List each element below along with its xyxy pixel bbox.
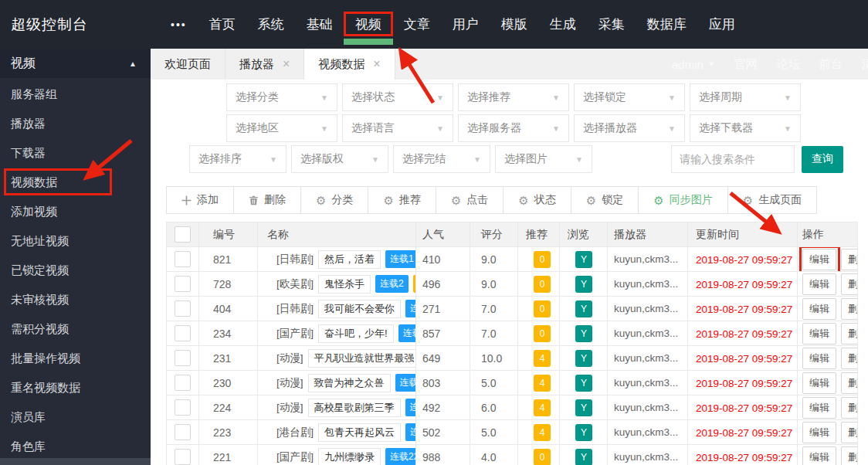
sidebar-item[interactable]: 重名视频数据 — [0, 373, 151, 402]
header-link[interactable]: 论坛 — [777, 57, 800, 72]
filter-select[interactable]: 选择语言 ▼ — [342, 114, 453, 142]
row-checkbox[interactable] — [175, 399, 191, 416]
edit-button[interactable]: 编辑 — [802, 397, 836, 419]
views-count: 496 — [422, 278, 440, 290]
header-link[interactable]: 前台 — [819, 57, 843, 72]
sidebar-item[interactable]: 角色库 — [0, 432, 151, 461]
row-checkbox[interactable] — [175, 449, 191, 465]
top-nav-item[interactable]: 应用 — [709, 0, 735, 49]
top-nav-item[interactable]: 数据库 — [647, 0, 687, 49]
top-nav-item[interactable]: 视频 — [355, 0, 381, 49]
filter-select[interactable]: 选择排序 ▼ — [189, 145, 287, 173]
video-id: 234 — [213, 328, 231, 340]
row-checkbox[interactable] — [175, 300, 191, 317]
tab-item[interactable]: 欢迎页面 — [151, 49, 225, 80]
top-nav-item[interactable]: 采集 — [598, 0, 625, 49]
filter-select[interactable]: 选择下载器 ▼ — [690, 114, 801, 142]
row-checkbox[interactable] — [175, 375, 191, 391]
filter-select[interactable]: 选择状态 ▼ — [342, 83, 453, 111]
filter-select[interactable]: 选择播放器 ▼ — [574, 114, 685, 142]
tab-item[interactable]: 播放器 × — [225, 49, 304, 80]
edit-button[interactable]: 编辑 — [802, 298, 836, 320]
top-nav-item[interactable]: 首页 — [209, 0, 236, 49]
tab-close-icon[interactable]: × — [373, 58, 380, 70]
actions-cell: 编辑删除 — [798, 395, 858, 420]
top-nav-item[interactable]: 基础 — [307, 0, 333, 49]
header-link[interactable]: 官网 — [734, 57, 758, 72]
toolbar-button-trash[interactable]: 删除 — [234, 187, 301, 213]
toolbar-button-gear[interactable]: ⚙ 锁定 — [571, 187, 639, 213]
filter-select[interactable]: 选择锁定 ▼ — [574, 83, 685, 111]
sidebar-item[interactable]: 演员库 — [0, 402, 151, 432]
row-checkbox[interactable] — [175, 424, 191, 440]
sidebar-item[interactable]: 无地址视频 — [0, 226, 151, 256]
table-row: 230 [动漫] 致曾为神之众兽 连载5 ... 803 5.0 4 Y kuy… — [167, 371, 858, 395]
score-value: 7.0 — [481, 328, 496, 340]
tab-close-icon[interactable]: × — [283, 58, 290, 70]
header-link[interactable]: 清缓存 — [862, 57, 868, 72]
filter-select[interactable]: 选择服务器 ▼ — [458, 114, 569, 142]
row-checkbox[interactable] — [175, 350, 191, 366]
filter-select[interactable]: 选择地区 ▼ — [226, 114, 337, 142]
delete-button[interactable]: 删除 — [841, 397, 858, 419]
sidebar-item[interactable]: 视频数据 — [0, 168, 151, 197]
top-nav-item[interactable]: 用户 — [453, 0, 479, 49]
delete-button[interactable]: 删除 — [841, 273, 858, 295]
sidebar-item[interactable]: 播放器 — [0, 109, 151, 138]
delete-button[interactable]: 删除 — [841, 422, 858, 443]
toolbar-button-gear[interactable]: ⚙ 推荐 — [368, 187, 436, 213]
top-nav-item[interactable]: 系统 — [258, 0, 284, 49]
filter-select[interactable]: 选择版权 ▼ — [291, 145, 388, 173]
toolbar-button-label: 锁定 — [602, 193, 623, 207]
edit-button[interactable]: 编辑 — [802, 323, 836, 345]
top-nav-item[interactable]: 生成 — [550, 0, 576, 49]
filter-select[interactable]: 选择完结 ▼ — [393, 145, 490, 173]
select-all-checkbox[interactable] — [175, 226, 191, 243]
top-nav-item[interactable]: 模版 — [501, 0, 527, 49]
toolbar-button-gear[interactable]: ⚙ 状态 — [504, 187, 571, 213]
sidebar-item[interactable]: 批量操作视频 — [0, 344, 151, 373]
delete-button[interactable]: 删除 — [841, 372, 858, 394]
filter-select[interactable]: 选择图片 ▼ — [495, 145, 592, 173]
sidebar-section-video[interactable]: 视频 ▲ — [0, 49, 151, 78]
filter-select[interactable]: 选择周期 ▼ — [690, 83, 801, 111]
top-nav-item[interactable]: 文章 — [404, 0, 430, 49]
row-checkbox[interactable] — [175, 251, 191, 267]
tab-item[interactable]: 视频数据 × — [304, 49, 395, 80]
edit-button[interactable]: 编辑 — [802, 249, 836, 270]
sidebar-item-label: 已锁定视频 — [11, 263, 69, 278]
edit-button[interactable]: 编辑 — [802, 446, 836, 465]
edit-button[interactable]: 编辑 — [802, 273, 836, 295]
edit-button[interactable]: 编辑 — [802, 348, 836, 369]
filter-select[interactable]: 选择分类 ▼ — [226, 83, 337, 111]
toolbar-button-gear[interactable]: ⚙ 点击 — [436, 187, 504, 213]
browse-badge: Y — [575, 325, 592, 342]
row-checkbox[interactable] — [175, 325, 191, 341]
search-input[interactable] — [671, 145, 795, 173]
delete-button[interactable]: 删除 — [841, 348, 858, 369]
sidebar-item[interactable]: 需积分视频 — [0, 314, 151, 344]
sidebar-item[interactable]: 已锁定视频 — [0, 256, 151, 285]
video-category: [动漫] — [276, 401, 303, 415]
sidebar-item[interactable]: 服务器组 — [0, 80, 151, 109]
delete-button[interactable]: 删除 — [841, 446, 858, 465]
header-link[interactable]: admin ▼ — [672, 58, 715, 71]
toolbar-button-gear[interactable]: ⚙ 同步图片 — [639, 187, 727, 213]
delete-button[interactable]: 删除 — [841, 323, 858, 345]
filter-select[interactable]: 选择推荐 ▼ — [458, 83, 569, 111]
toolbar-button-plus[interactable]: 添加 — [167, 187, 234, 213]
delete-button[interactable]: 删除 — [841, 249, 858, 270]
sidebar-item[interactable]: 未审核视频 — [0, 285, 151, 314]
toolbar-button-gear[interactable]: ⚙ 分类 — [301, 187, 368, 213]
sidebar-item[interactable]: 添加视频 — [0, 197, 151, 226]
toolbar-button-gear[interactable]: ⚙ 生成页面 — [728, 187, 816, 213]
sidebar-item[interactable]: 下载器 — [0, 138, 151, 168]
row-checkbox[interactable] — [175, 276, 191, 292]
edit-button[interactable]: 编辑 — [802, 372, 836, 394]
more-menu-icon[interactable]: ••• — [171, 19, 187, 31]
filter-select-value: 选择排序 — [198, 152, 242, 166]
edit-button[interactable]: 编辑 — [802, 422, 836, 443]
search-button[interactable]: 查询 — [802, 146, 843, 173]
delete-button[interactable]: 删除 — [841, 298, 858, 320]
video-table-wrap: 编号名称人气评分推荐浏览播放器更新时间操作 821 [日韩剧] 然后，活着 连载… — [166, 222, 857, 465]
